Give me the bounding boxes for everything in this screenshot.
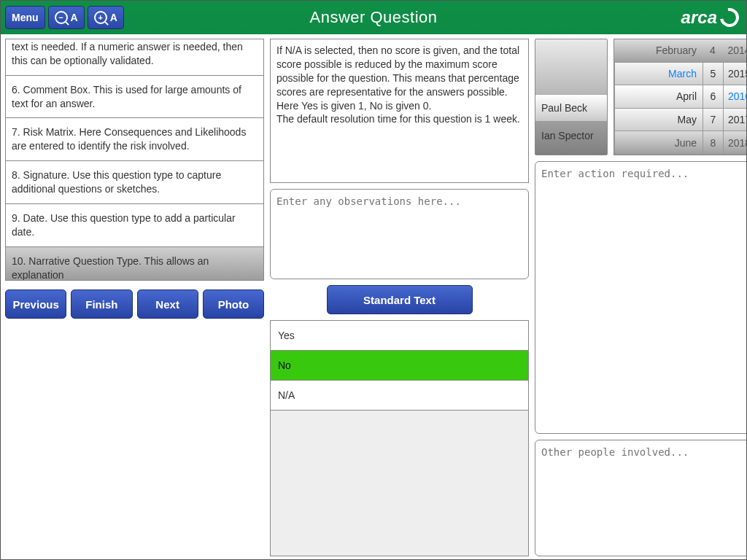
magnifier-minus-icon: − bbox=[55, 11, 68, 24]
list-item[interactable]: 6. Comment Box. This is used for large a… bbox=[6, 76, 263, 119]
month-option-selected[interactable]: April bbox=[614, 85, 703, 109]
brand-logo: arca bbox=[681, 7, 746, 28]
year-option[interactable]: 2017 bbox=[723, 109, 747, 132]
action-required-input[interactable] bbox=[535, 161, 747, 434]
nav-row: Previous Finish Next Photo bbox=[5, 289, 264, 319]
magnifier-plus-icon: + bbox=[94, 11, 107, 24]
middle-column: If N/A is selected, then no score is giv… bbox=[270, 39, 529, 556]
zoom-out-button[interactable]: − A bbox=[48, 6, 85, 29]
day-option-selected[interactable]: 6 bbox=[703, 85, 723, 109]
right-column: Paul Beck Ian Spector February March Apr… bbox=[535, 39, 747, 556]
list-item[interactable]: 7. Risk Matrix. Here Consequences and Li… bbox=[6, 118, 263, 161]
answer-yes[interactable]: Yes bbox=[271, 321, 528, 351]
photo-button[interactable]: Photo bbox=[203, 289, 264, 319]
month-option[interactable]: June bbox=[614, 131, 703, 155]
zoom-in-letter: A bbox=[110, 12, 117, 23]
person-option[interactable]: Paul Beck bbox=[535, 94, 608, 122]
list-item[interactable]: 5. Single Line Text. This is used when a… bbox=[6, 39, 263, 76]
month-option[interactable]: February bbox=[614, 39, 703, 63]
finish-button[interactable]: Finish bbox=[71, 289, 132, 319]
other-people-input[interactable] bbox=[535, 440, 747, 556]
app-header: Menu − A + A Answer Question arca bbox=[1, 1, 746, 34]
brand-swirl-icon bbox=[716, 4, 743, 31]
date-picker[interactable]: February March April May June 4 5 6 7 8 … bbox=[614, 39, 747, 155]
year-option[interactable]: 2018 bbox=[723, 131, 747, 155]
menu-button[interactable]: Menu bbox=[5, 6, 45, 29]
day-option[interactable]: 7 bbox=[703, 109, 723, 132]
zoom-in-button[interactable]: + A bbox=[88, 6, 124, 29]
list-item[interactable]: 9. Date. Use this question type to add a… bbox=[6, 204, 263, 247]
year-option[interactable]: 2015 bbox=[723, 63, 747, 86]
question-type-list[interactable]: 5. Single Line Text. This is used when a… bbox=[5, 39, 264, 281]
previous-button[interactable]: Previous bbox=[5, 289, 66, 319]
person-option[interactable]: Ian Spector bbox=[535, 121, 607, 149]
month-option[interactable]: March bbox=[614, 63, 703, 86]
next-button[interactable]: Next bbox=[137, 289, 198, 319]
day-option[interactable]: 5 bbox=[703, 63, 723, 86]
year-option[interactable]: 2014 bbox=[723, 39, 747, 63]
answer-no[interactable]: No bbox=[271, 351, 528, 381]
list-item-narrative[interactable]: 10. Narrative Question Type. This allows… bbox=[6, 247, 263, 281]
standard-text-button[interactable]: Standard Text bbox=[327, 285, 473, 314]
people-picker[interactable]: Paul Beck Ian Spector bbox=[535, 39, 608, 155]
observations-input[interactable] bbox=[270, 189, 529, 279]
day-option[interactable]: 8 bbox=[703, 131, 723, 155]
left-column: 5. Single Line Text. This is used when a… bbox=[5, 39, 264, 556]
year-option-selected[interactable]: 2016 bbox=[723, 85, 747, 109]
answer-na[interactable]: N/A bbox=[271, 381, 528, 411]
list-item[interactable]: 8. Signature. Use this question type to … bbox=[6, 161, 263, 204]
answer-options: Yes No N/A bbox=[270, 320, 529, 556]
month-option[interactable]: May bbox=[614, 109, 703, 132]
question-explainer: If N/A is selected, then no score is giv… bbox=[270, 39, 529, 183]
day-option[interactable]: 4 bbox=[703, 39, 723, 63]
zoom-out-letter: A bbox=[71, 12, 78, 23]
